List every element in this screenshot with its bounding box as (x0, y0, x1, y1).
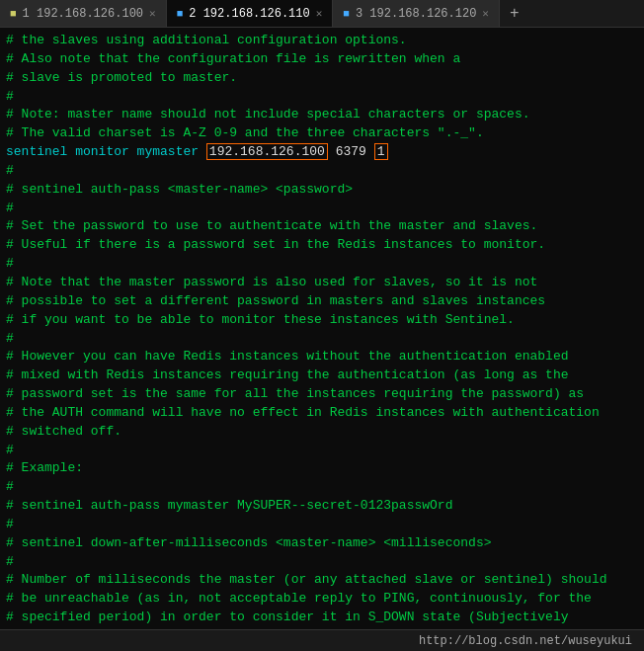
line-4: # (6, 88, 638, 107)
sentinel-monitor-port: 6379 (328, 144, 374, 159)
line-26: # (6, 516, 638, 534)
line-30: # be unreachable (as in, not acceptable … (6, 590, 638, 609)
line-6: # The valid charset is A-Z 0-9 and the t… (6, 124, 638, 143)
line-13: # Note that the master password is also … (6, 274, 638, 292)
line-sentinel-monitor: sentinel monitor mymaster 192.168.126.10… (6, 143, 638, 162)
line-9: # (6, 200, 638, 218)
sentinel-monitor-cmd: sentinel monitor mymaster (6, 144, 206, 159)
line-23: # Example: (6, 459, 638, 478)
tab-3[interactable]: ■ 3 192.168.126.120 ✕ (333, 0, 500, 27)
tab-3-close[interactable]: ✕ (482, 7, 489, 20)
line-5: # Note: master name should not include s… (6, 106, 638, 124)
line-2: # Also note that the configuration file … (6, 50, 638, 69)
tab-add-button[interactable]: + (500, 0, 529, 27)
line-11: # Useful if there is a password set in t… (6, 236, 638, 255)
line-18: # mixed with Redis instances requiring t… (6, 366, 638, 385)
line-10: # Set the password to use to authenticat… (6, 217, 638, 236)
tab-bar: ■ 1 192.168.126.100 ✕ ■ 2 192.168.126.11… (0, 0, 644, 28)
line-19: # password set is the same for all the i… (6, 385, 638, 404)
tab-2-label: 2 192.168.126.110 (189, 7, 309, 21)
line-7: # (6, 162, 638, 181)
line-12: # (6, 255, 638, 274)
tab-2-number: ■ (177, 8, 184, 20)
line-31: # specified period) in order to consider… (6, 609, 638, 627)
line-8: # sentinel auth-pass <master-name> <pass… (6, 181, 638, 200)
tab-2-close[interactable]: ✕ (316, 7, 323, 20)
line-25: # sentinel auth-pass mymaster MySUPER--s… (6, 497, 638, 516)
line-3: # slave is promoted to master. (6, 69, 638, 88)
tab-2[interactable]: ■ 2 192.168.126.110 ✕ (167, 0, 334, 27)
tab-3-number: ■ (343, 8, 350, 20)
line-27: # sentinel down-after-milliseconds <mast… (6, 534, 638, 553)
sentinel-monitor-quorum: 1 (374, 143, 388, 160)
line-21: # switched off. (6, 423, 638, 442)
line-16: # (6, 330, 638, 349)
status-bar: http://blog.csdn.net/wuseyukui (0, 629, 644, 651)
line-14: # possible to set a different password i… (6, 292, 638, 311)
tab-1-label: 1 192.168.126.100 (23, 7, 143, 21)
line-20: # the AUTH command will have no effect i… (6, 404, 638, 423)
line-22: # (6, 442, 638, 460)
line-28: # (6, 553, 638, 572)
line-24: # (6, 478, 638, 497)
status-url: http://blog.csdn.net/wuseyukui (419, 634, 632, 648)
line-29: # Number of milliseconds the master (or … (6, 571, 638, 590)
line-15: # if you want to be able to monitor thes… (6, 311, 638, 330)
terminal-content: # the slaves using additional configurat… (0, 28, 644, 629)
tab-3-label: 3 192.168.126.120 (356, 7, 476, 21)
line-17: # However you can have Redis instances w… (6, 348, 638, 366)
tab-1-number: ■ (10, 8, 17, 20)
sentinel-monitor-ip: 192.168.126.100 (206, 143, 328, 160)
tab-1-close[interactable]: ✕ (149, 7, 156, 20)
line-1: # the slaves using additional configurat… (6, 32, 638, 50)
tab-1[interactable]: ■ 1 192.168.126.100 ✕ (0, 0, 167, 27)
